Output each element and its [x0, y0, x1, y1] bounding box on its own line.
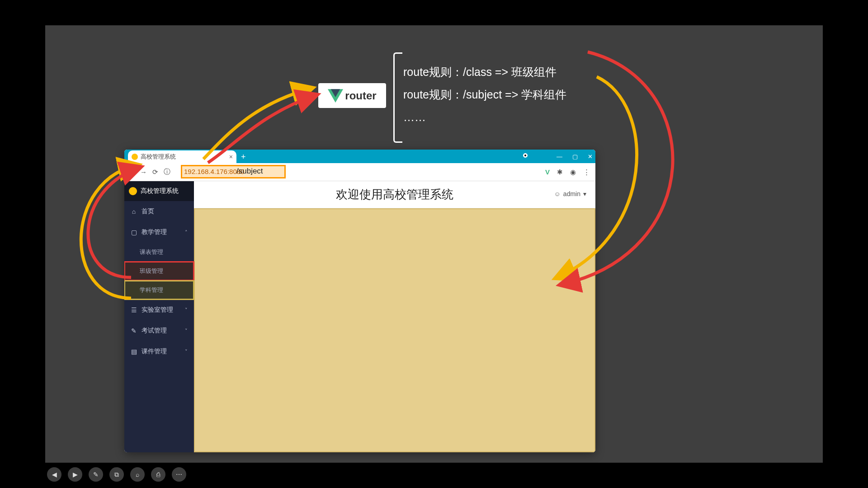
- address-bar: ← → ⟳ ⓘ V ✱ ◉ ⋮ 192.168.4.176:8080 /subj…: [124, 163, 595, 181]
- sidebar-item-courseware[interactable]: ▤ 课件管理 ˅: [124, 341, 194, 362]
- sidebar-item-home[interactable]: ⌂ 首页: [124, 201, 194, 222]
- browser-window: 高校管理系统 × + — ▢ ✕ ← → ⟳ ⓘ V ✱ ◉ ⋮: [124, 150, 595, 452]
- content-area: [194, 208, 595, 452]
- doc-icon: ▤: [131, 348, 137, 355]
- player-print-button[interactable]: ⎙: [151, 467, 165, 482]
- extension-icons: V ✱ ◉ ⋮: [545, 168, 590, 176]
- brand-logo-icon: [129, 187, 137, 195]
- minimize-button[interactable]: —: [557, 153, 562, 160]
- sidebar-item-lab[interactable]: ☰ 实验室管理 ˅: [124, 300, 194, 320]
- user-icon: ☺: [554, 190, 561, 197]
- chevron-down-icon: ˅: [185, 307, 188, 313]
- maximize-button[interactable]: ▢: [572, 153, 578, 160]
- sidebar-item-exam[interactable]: ✎ 考试管理 ˅: [124, 320, 194, 341]
- slide-canvas: router route规则：/class => 班级组件 route规则：/s…: [45, 25, 823, 463]
- edit-icon: ✎: [131, 327, 137, 334]
- chevron-down-icon: ˅: [185, 328, 188, 334]
- tab-close-icon[interactable]: ×: [229, 153, 233, 160]
- player-play-button[interactable]: ▶: [68, 467, 82, 482]
- cast-icon[interactable]: [523, 153, 528, 158]
- sidebar-item-label: 首页: [142, 207, 154, 216]
- back-button[interactable]: ←: [128, 168, 135, 176]
- sidebar: 高校管理系统 ⌂ 首页 ▢ 教学管理 ˄ 课表管理 班级管理: [124, 181, 194, 452]
- extensions-icon[interactable]: ✱: [557, 168, 563, 176]
- page-title: 欢迎使用高校管理系统: [336, 187, 453, 202]
- list-icon: ☰: [131, 306, 137, 314]
- route-rules: route规则：/class => 班级组件 route规则：/subject …: [403, 61, 566, 128]
- home-icon: ⌂: [131, 208, 137, 215]
- player-copy-button[interactable]: ⧉: [109, 467, 124, 482]
- sidebar-item-label: 课件管理: [142, 347, 167, 356]
- window-buttons: — ▢ ✕: [557, 150, 593, 163]
- main-panel: 欢迎使用高校管理系统 ☺ admin ▾: [194, 181, 595, 452]
- browser-tab[interactable]: 高校管理系统 ×: [128, 150, 236, 163]
- tab-title: 高校管理系统: [141, 153, 176, 161]
- site-info-icon[interactable]: ⓘ: [164, 168, 170, 176]
- player-edit-button[interactable]: ✎: [89, 467, 103, 482]
- sidebar-item-schedule[interactable]: 课表管理: [124, 243, 194, 262]
- sidebar-item-label: 实验室管理: [142, 306, 173, 314]
- sidebar-item-label: 学科管理: [140, 286, 163, 294]
- forward-button[interactable]: →: [140, 168, 147, 176]
- browser-titlebar: 高校管理系统 × + — ▢ ✕: [124, 150, 595, 163]
- sidebar-item-label: 课表管理: [140, 248, 163, 256]
- chevron-down-icon: ˅: [185, 349, 188, 355]
- chevron-up-icon: ˄: [185, 230, 188, 235]
- player-more-button[interactable]: ⋯: [172, 467, 186, 482]
- close-window-button[interactable]: ✕: [588, 153, 593, 160]
- player-prev-button[interactable]: ◀: [47, 467, 61, 482]
- vue-logo-icon: [328, 89, 343, 103]
- user-name: admin: [563, 190, 580, 197]
- browser-menu-icon[interactable]: ⋮: [583, 168, 590, 176]
- url-path: /subject: [236, 167, 263, 176]
- vue-devtools-icon[interactable]: V: [545, 168, 550, 176]
- favicon-icon: [132, 154, 138, 160]
- sidebar-item-label: 考试管理: [142, 327, 167, 335]
- brand-text: 高校管理系统: [141, 187, 179, 195]
- player-controls: ◀ ▶ ✎ ⧉ ⌕ ⎙ ⋯: [47, 467, 186, 482]
- route-rule-1: route规则：/class => 班级组件: [403, 61, 566, 83]
- caret-down-icon: ▾: [583, 190, 586, 197]
- user-menu[interactable]: ☺ admin ▾: [554, 190, 586, 197]
- sidebar-item-label: 教学管理: [142, 228, 167, 236]
- router-badge: router: [318, 83, 386, 108]
- bracket-icon: [393, 52, 402, 143]
- app-shell: 高校管理系统 ⌂ 首页 ▢ 教学管理 ˄ 课表管理 班级管理: [124, 181, 595, 452]
- monitor-icon: ▢: [131, 229, 137, 236]
- new-tab-button[interactable]: +: [241, 152, 246, 162]
- sidebar-item-teaching[interactable]: ▢ 教学管理 ˄: [124, 222, 194, 243]
- reload-button[interactable]: ⟳: [152, 168, 158, 176]
- sidebar-item-subject[interactable]: 学科管理: [124, 281, 194, 300]
- sidebar-item-label: 班级管理: [140, 267, 163, 275]
- router-label: router: [345, 89, 376, 102]
- sidebar-item-class[interactable]: 班级管理: [124, 262, 194, 281]
- player-search-button[interactable]: ⌕: [130, 467, 145, 482]
- sidebar-brand[interactable]: 高校管理系统: [124, 181, 194, 201]
- route-rule-2: route规则：/subject => 学科组件: [403, 83, 566, 106]
- url-host: 192.168.4.176:8080: [184, 168, 244, 175]
- route-rule-ellipsis: ……: [403, 106, 566, 128]
- app-header: 欢迎使用高校管理系统 ☺ admin ▾: [194, 181, 595, 208]
- profile-icon[interactable]: ◉: [570, 168, 576, 176]
